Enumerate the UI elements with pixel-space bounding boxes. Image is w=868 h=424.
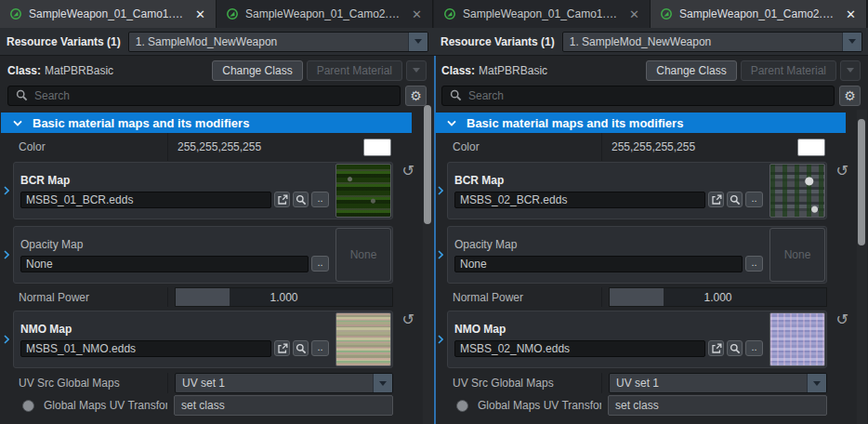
open-external-icon[interactable] bbox=[274, 192, 290, 207]
chevron-right-icon[interactable] bbox=[438, 250, 443, 259]
undo-icon[interactable]: ↺ bbox=[402, 164, 414, 219]
opacity-map-title: Opacity Map bbox=[20, 238, 329, 251]
opacity-map-group: Opacity Map .. None bbox=[434, 226, 848, 284]
resource-variants-row: Resource Variants (1) 1. SampleMod_NewWe… bbox=[0, 28, 434, 56]
browse-button[interactable]: .. bbox=[311, 192, 329, 207]
browse-button[interactable]: .. bbox=[311, 256, 329, 272]
search-icon bbox=[450, 89, 462, 101]
open-external-icon[interactable] bbox=[274, 340, 290, 356]
property-list: Basic material maps and its modifiers Co… bbox=[434, 113, 868, 416]
material-editor-panel: SampleWeapon_01_Camo1.emat ✕ SampleWeapo… bbox=[0, 0, 434, 424]
split-material-editor: SampleWeapon_01_Camo1.emat ✕ SampleWeapo… bbox=[0, 0, 868, 424]
nmo-texture-thumbnail[interactable] bbox=[769, 312, 825, 366]
bcr-texture-thumbnail[interactable] bbox=[335, 164, 391, 218]
close-icon[interactable]: ✕ bbox=[843, 7, 859, 21]
class-value: MatPBRBasic bbox=[45, 64, 113, 77]
tab-camo2[interactable]: SampleWeapon_01_Camo2.emat ✕ bbox=[651, 0, 867, 28]
search-input[interactable] bbox=[34, 89, 400, 102]
scrollbar[interactable] bbox=[423, 110, 433, 424]
browse-button[interactable]: .. bbox=[745, 256, 763, 272]
nmo-map-path-input[interactable] bbox=[20, 340, 271, 357]
set-class-button[interactable]: set class bbox=[174, 395, 393, 416]
change-class-button[interactable]: Change Class bbox=[646, 60, 736, 81]
radio-icon[interactable] bbox=[456, 400, 468, 412]
bcr-map-path-input[interactable] bbox=[20, 192, 271, 208]
undo-icon[interactable]: ↺ bbox=[402, 312, 414, 368]
parent-material-dropdown-button bbox=[840, 60, 861, 81]
uv-set-select[interactable]: UV set 1 bbox=[175, 373, 393, 393]
bcr-map-group: BCR Map bbox=[434, 162, 848, 219]
resource-variant-select[interactable]: 1. SampleMod_NewWeapon bbox=[562, 32, 862, 52]
set-class-button[interactable]: set class bbox=[608, 395, 827, 416]
material-editor-panel: SampleWeapon_01_Camo1.emat ✕ SampleWeapo… bbox=[434, 0, 868, 424]
close-icon[interactable]: ✕ bbox=[626, 7, 642, 21]
chevron-right-icon[interactable] bbox=[438, 186, 443, 195]
color-row: Color 255,255,255,255 bbox=[0, 133, 393, 161]
search-icon[interactable] bbox=[293, 340, 309, 356]
parent-material-button: Parent Material bbox=[741, 60, 836, 81]
tab-camo2[interactable]: SampleWeapon_01_Camo2.emat ✕ bbox=[217, 0, 433, 28]
bcr-map-group: BCR Map bbox=[0, 162, 414, 219]
section-header[interactable]: Basic material maps and its modifiers bbox=[1, 113, 412, 133]
chevron-right-icon[interactable] bbox=[4, 186, 9, 195]
nmo-texture-thumbnail[interactable] bbox=[335, 312, 391, 366]
nmo-map-title: NMO Map bbox=[454, 323, 763, 336]
uv-src-row: UV Src Global Maps UV set 1 bbox=[0, 373, 393, 393]
search-field[interactable] bbox=[7, 86, 401, 106]
scrollbar-thumb[interactable] bbox=[858, 119, 865, 245]
normal-power-slider[interactable]: 1.000 bbox=[175, 287, 393, 307]
scrollbar[interactable] bbox=[857, 110, 867, 424]
normal-power-slider[interactable]: 1.000 bbox=[609, 287, 827, 307]
class-value: MatPBRBasic bbox=[479, 64, 547, 77]
search-icon[interactable] bbox=[727, 192, 743, 207]
browse-button[interactable]: .. bbox=[745, 340, 763, 356]
open-external-icon[interactable] bbox=[708, 192, 724, 207]
search-input[interactable] bbox=[468, 89, 834, 102]
tab-camo1[interactable]: SampleWeapon_01_Camo1.emat ✕ bbox=[0, 0, 217, 28]
color-swatch[interactable] bbox=[797, 139, 825, 156]
chevron-down-icon[interactable] bbox=[408, 33, 427, 51]
resource-variant-select[interactable]: 1. SampleMod_NewWeapon bbox=[128, 32, 428, 52]
close-icon[interactable]: ✕ bbox=[192, 7, 208, 21]
uv-set-select[interactable]: UV set 1 bbox=[609, 373, 827, 393]
uv-transform-row: Global Maps UV Transform set class bbox=[0, 395, 393, 416]
open-external-icon[interactable] bbox=[708, 340, 724, 356]
resource-variant-value: 1. SampleMod_NewWeapon bbox=[129, 35, 408, 48]
close-icon[interactable]: ✕ bbox=[409, 7, 425, 21]
gear-icon[interactable]: ⚙ bbox=[839, 86, 861, 106]
search-field[interactable] bbox=[441, 86, 835, 106]
opacity-map-path-input[interactable] bbox=[454, 256, 743, 272]
opacity-map-path-input[interactable] bbox=[20, 256, 309, 272]
browse-button[interactable]: .. bbox=[745, 192, 763, 207]
tab-bar: SampleWeapon_01_Camo1.emat ✕ SampleWeapo… bbox=[434, 0, 868, 28]
color-swatch[interactable] bbox=[363, 139, 391, 156]
search-icon[interactable] bbox=[727, 340, 743, 356]
chevron-right-icon[interactable] bbox=[4, 335, 9, 344]
section-header[interactable]: Basic material maps and its modifiers bbox=[435, 113, 846, 133]
bcr-texture-thumbnail[interactable] bbox=[769, 164, 825, 218]
bcr-map-path-input[interactable] bbox=[454, 192, 705, 208]
browse-button[interactable]: .. bbox=[311, 340, 329, 356]
search-icon[interactable] bbox=[293, 192, 309, 207]
nmo-map-path-input[interactable] bbox=[454, 340, 705, 357]
chevron-down-icon bbox=[413, 68, 420, 73]
change-class-button[interactable]: Change Class bbox=[212, 60, 302, 81]
tab-camo1[interactable]: SampleWeapon_01_Camo1.emat ✕ bbox=[434, 0, 651, 28]
material-file-icon bbox=[226, 7, 239, 20]
normal-power-row: Normal Power 1.000 bbox=[434, 287, 827, 307]
class-row: Class: MatPBRBasic Change Class Parent M… bbox=[0, 59, 434, 82]
scrollbar-thumb[interactable] bbox=[424, 105, 431, 224]
chevron-down-icon[interactable] bbox=[373, 374, 392, 392]
normal-power-value: 1.000 bbox=[610, 288, 826, 306]
chevron-right-icon[interactable] bbox=[438, 335, 443, 344]
radio-icon[interactable] bbox=[22, 400, 34, 412]
chevron-down-icon[interactable] bbox=[842, 33, 861, 51]
tab-label: SampleWeapon_01_Camo2.emat bbox=[679, 7, 836, 20]
chevron-right-icon[interactable] bbox=[4, 250, 9, 259]
uv-set-value: UV set 1 bbox=[176, 377, 373, 390]
chevron-down-icon[interactable] bbox=[807, 374, 826, 392]
search-icon bbox=[16, 89, 28, 101]
undo-icon[interactable]: ↺ bbox=[836, 164, 848, 219]
gear-icon[interactable]: ⚙ bbox=[405, 86, 427, 106]
undo-icon[interactable]: ↺ bbox=[836, 312, 848, 368]
